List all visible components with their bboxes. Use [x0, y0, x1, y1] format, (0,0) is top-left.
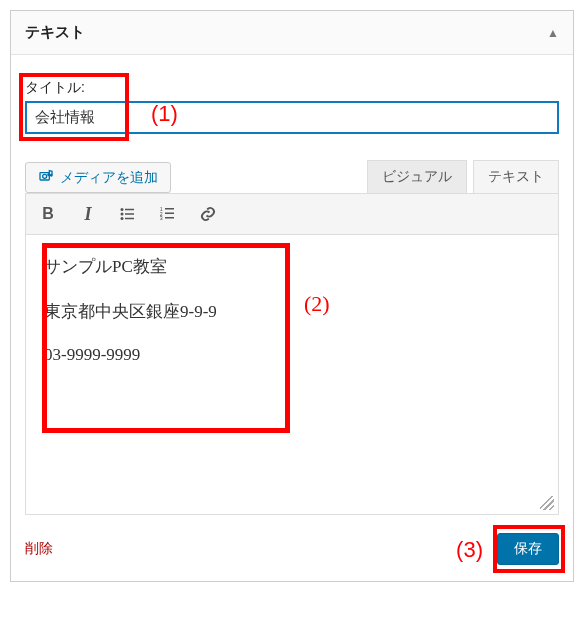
editor-toolbar: B I 1 2 3 [25, 193, 559, 235]
svg-rect-7 [125, 213, 134, 215]
svg-point-2 [48, 174, 50, 176]
svg-point-3 [51, 175, 53, 177]
link-button[interactable] [194, 200, 222, 228]
content-line-3: 03-9999-9999 [44, 345, 540, 365]
svg-rect-13 [165, 213, 174, 215]
svg-point-1 [43, 174, 47, 178]
save-button[interactable]: 保存 [497, 533, 559, 565]
svg-point-4 [121, 208, 124, 211]
collapse-icon[interactable]: ▲ [547, 26, 559, 40]
widget-footer: 削除 保存 (3) [25, 533, 559, 565]
title-group: タイトル: (1) [25, 79, 559, 134]
svg-rect-5 [125, 209, 134, 211]
svg-rect-9 [125, 218, 134, 220]
text-widget: テキスト ▲ タイトル: (1) メディアを追加 [10, 10, 574, 582]
italic-button[interactable]: I [74, 200, 102, 228]
add-media-button[interactable]: メディアを追加 [25, 162, 171, 193]
annotation-label-1: (1) [151, 101, 178, 127]
svg-rect-15 [165, 217, 174, 219]
title-input[interactable] [25, 101, 559, 134]
numbered-list-button[interactable]: 1 2 3 [154, 200, 182, 228]
content-line-1: サンプルPC教室 [44, 255, 540, 278]
svg-rect-11 [165, 208, 174, 210]
editor-tabs: ビジュアル テキスト [367, 160, 559, 193]
annotation-label-3: (3) [456, 537, 483, 563]
tab-visual[interactable]: ビジュアル [367, 160, 467, 193]
tab-text[interactable]: テキスト [473, 160, 559, 193]
resize-grip-icon[interactable] [540, 496, 554, 510]
camera-music-icon [38, 168, 54, 187]
annotation-label-2: (2) [304, 291, 330, 317]
editor-content-area[interactable]: サンプルPC教室 東京都中央区銀座9-9-9 03-9999-9999 (2) [25, 235, 559, 515]
widget-header[interactable]: テキスト ▲ [11, 11, 573, 55]
bold-button[interactable]: B [34, 200, 62, 228]
content-line-2: 東京都中央区銀座9-9-9 [44, 300, 540, 323]
title-label: タイトル: [25, 79, 559, 97]
add-media-label: メディアを追加 [60, 169, 158, 187]
bullet-list-button[interactable] [114, 200, 142, 228]
editor-controls-row: メディアを追加 ビジュアル テキスト [25, 160, 559, 193]
svg-point-6 [121, 213, 124, 216]
widget-title: テキスト [25, 23, 85, 42]
svg-point-8 [121, 217, 124, 220]
svg-text:3: 3 [160, 215, 163, 221]
widget-body: タイトル: (1) メディアを追加 ビジュアル [11, 55, 573, 581]
delete-link[interactable]: 削除 [25, 540, 53, 558]
